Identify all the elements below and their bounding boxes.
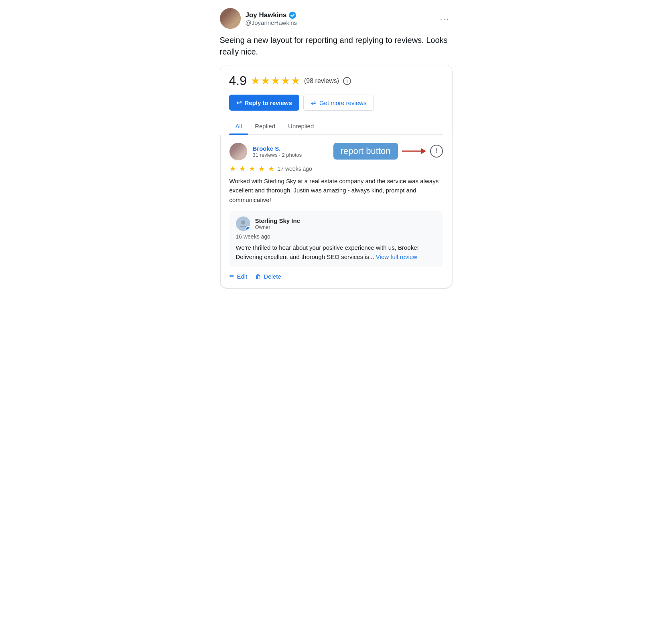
- svg-point-0: [289, 12, 296, 19]
- svg-point-3: [241, 220, 245, 224]
- owner-verified-icon: [246, 226, 250, 231]
- reply-text: We're thrilled to hear about your positi…: [236, 243, 436, 262]
- tab-all[interactable]: All: [229, 118, 249, 134]
- view-full-review-link[interactable]: View full review: [376, 253, 417, 260]
- user-name: Joy Hawkins: [246, 11, 287, 19]
- tab-replied[interactable]: Replied: [248, 118, 282, 134]
- edit-label: Edit: [237, 273, 248, 280]
- star-3: ★: [271, 75, 280, 87]
- get-more-reviews-label: Get more reviews: [319, 99, 367, 106]
- action-row: ✏ Edit 🗑 Delete: [229, 273, 443, 280]
- tab-unreplied[interactable]: Unreplied: [282, 118, 320, 134]
- tweet-header: Joy Hawkins @JoyanneHawkins ···: [220, 8, 453, 29]
- reply-to-reviews-button[interactable]: ↩ Reply to reviews: [229, 95, 299, 111]
- share-icon: ⇄: [311, 99, 316, 106]
- review-card-top: 4.9 ★ ★ ★ ★ ★ (98 reviews) i ↩ Reply to …: [220, 65, 452, 135]
- review-text: Worked with Sterling Sky at a real estat…: [229, 176, 443, 204]
- verified-icon: [289, 12, 296, 19]
- svg-marker-2: [421, 148, 426, 154]
- review-stars-row: ★ ★ ★ ★ ★ 17 weeks ago: [229, 164, 443, 173]
- star-2: ★: [261, 75, 270, 87]
- buttons-row: ↩ Reply to reviews ⇄ Get more reviews: [229, 95, 443, 111]
- owner-info: Sterling Sky Inc Owner: [255, 217, 300, 230]
- owner-header: Sterling Sky Inc Owner: [236, 216, 436, 231]
- owner-role: Owner: [255, 224, 300, 230]
- user-avatar: [220, 8, 241, 29]
- tweet-body: Seeing a new layout for reporting and re…: [220, 34, 453, 58]
- more-options-button[interactable]: ···: [437, 12, 453, 25]
- stars-display: ★ ★ ★ ★ ★: [251, 75, 300, 87]
- delete-icon: 🗑: [255, 273, 261, 280]
- reviewer-info: Brooke S. 31 reviews · 2 photos: [253, 145, 302, 158]
- review-star-4: ★: [258, 164, 265, 173]
- star-4: ★: [281, 75, 290, 87]
- owner-avatar: [236, 216, 250, 231]
- info-icon[interactable]: i: [343, 77, 351, 85]
- review-star-5: ★: [268, 164, 274, 173]
- user-handle: @JoyanneHawkins: [246, 19, 297, 26]
- star-1: ★: [251, 75, 260, 87]
- review-card: 4.9 ★ ★ ★ ★ ★ (98 reviews) i ↩ Reply to …: [220, 65, 453, 289]
- edit-button[interactable]: ✏ Edit: [229, 273, 248, 280]
- owner-name: Sterling Sky Inc: [255, 217, 300, 224]
- delete-button[interactable]: 🗑 Delete: [255, 273, 281, 280]
- report-area: report button !: [333, 143, 443, 160]
- reply-icon: ↩: [236, 99, 242, 107]
- owner-reply: Sterling Sky Inc Owner 16 weeks ago We'r…: [229, 211, 443, 267]
- exclamation-icon: !: [435, 148, 437, 155]
- reviewer-avatar: [229, 143, 247, 160]
- review-star-3: ★: [249, 164, 255, 173]
- edit-icon: ✏: [229, 273, 235, 280]
- review-time: 17 weeks ago: [278, 166, 312, 172]
- get-more-reviews-button[interactable]: ⇄ Get more reviews: [303, 95, 374, 111]
- review-star-2: ★: [239, 164, 246, 173]
- reviewer-meta: 31 reviews · 2 photos: [253, 152, 302, 158]
- tabs-row: All Replied Unreplied: [229, 118, 443, 135]
- reply-to-reviews-label: Reply to reviews: [245, 99, 292, 106]
- user-info: Joy Hawkins @JoyanneHawkins: [246, 11, 297, 26]
- review-section: Brooke S. 31 reviews · 2 photos report b…: [220, 135, 452, 288]
- reviewer-left: Brooke S. 31 reviews · 2 photos: [229, 143, 302, 160]
- review-item-header: Brooke S. 31 reviews · 2 photos report b…: [229, 143, 443, 160]
- delete-label: Delete: [264, 273, 281, 280]
- rating-number: 4.9: [229, 73, 247, 88]
- star-5: ★: [291, 75, 300, 87]
- reviewer-name[interactable]: Brooke S.: [253, 145, 302, 152]
- rating-row: 4.9 ★ ★ ★ ★ ★ (98 reviews) i: [229, 73, 443, 88]
- report-button[interactable]: !: [430, 145, 443, 158]
- review-count: (98 reviews): [304, 77, 339, 85]
- review-star-1: ★: [229, 164, 236, 173]
- reply-time: 16 weeks ago: [236, 233, 436, 240]
- report-label-box: report button: [333, 143, 398, 160]
- arrow-right-icon: [402, 146, 426, 156]
